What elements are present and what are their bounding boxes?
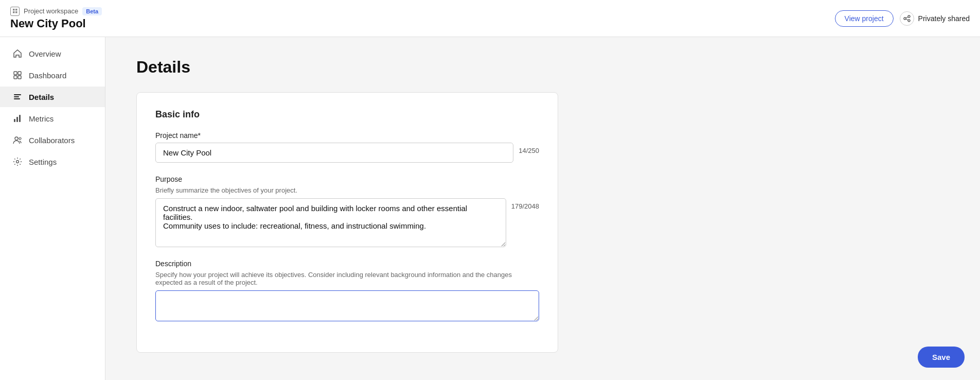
details-icon	[12, 92, 23, 102]
sidebar-label-overview: Overview	[29, 49, 61, 58]
sidebar-item-metrics[interactable]: Metrics	[0, 108, 105, 129]
settings-icon	[12, 157, 23, 167]
sidebar-item-dashboard[interactable]: Dashboard	[0, 65, 105, 85]
project-name-row: 14/250	[155, 143, 539, 163]
workspace-label: Project workspace	[24, 7, 78, 15]
privately-shared-label: Privately shared	[918, 14, 970, 23]
dashboard-icon	[12, 70, 23, 80]
details-card: Basic info Project name* 14/250 Purpose …	[136, 92, 558, 353]
sidebar-item-settings[interactable]: Settings	[0, 151, 105, 172]
sidebar-label-metrics: Metrics	[29, 114, 54, 123]
collaborators-icon	[12, 135, 23, 145]
workspace-icon	[10, 7, 20, 16]
beta-badge: Beta	[82, 7, 102, 15]
svg-line-8	[906, 19, 908, 20]
description-textarea[interactable]	[155, 290, 539, 321]
section-title: Basic info	[155, 109, 539, 120]
sidebar-item-collaborators[interactable]: Collaborators	[0, 130, 105, 150]
svg-rect-12	[18, 76, 21, 79]
svg-rect-16	[14, 119, 15, 122]
header-right: View project Privately shared	[835, 10, 970, 27]
home-icon	[12, 48, 23, 59]
svg-line-7	[906, 16, 908, 18]
project-name-field: Project name* 14/250	[155, 131, 539, 163]
privately-shared-button[interactable]: Privately shared	[900, 11, 970, 26]
project-name-input[interactable]	[155, 143, 513, 163]
svg-rect-17	[16, 117, 18, 122]
description-label: Description	[155, 260, 539, 268]
purpose-char-count: 179/2048	[511, 202, 539, 210]
save-button[interactable]: Save	[918, 347, 965, 368]
purpose-subtext: Briefly summarize the objectives of your…	[155, 186, 539, 194]
svg-rect-15	[14, 98, 20, 99]
body-layout: Overview Dashboard	[0, 37, 980, 380]
svg-rect-3	[15, 11, 17, 13]
svg-rect-2	[13, 11, 15, 13]
svg-rect-0	[13, 9, 15, 11]
share-icon	[900, 11, 914, 26]
main-content: Details Basic info Project name* 14/250 …	[105, 37, 980, 380]
svg-rect-9	[14, 72, 17, 75]
svg-rect-10	[18, 72, 21, 75]
page-title: Details	[136, 58, 949, 77]
description-subtext: Specify how your project will achieve it…	[155, 271, 539, 286]
purpose-field: Purpose Briefly summarize the objectives…	[155, 175, 539, 247]
svg-rect-14	[14, 96, 19, 97]
view-project-button[interactable]: View project	[835, 10, 894, 27]
svg-rect-13	[14, 94, 21, 95]
sidebar-label-details: Details	[29, 93, 54, 101]
project-name-char-count: 14/250	[519, 147, 539, 154]
sidebar-label-dashboard: Dashboard	[29, 71, 66, 80]
svg-point-19	[15, 137, 18, 140]
workspace-row: Project workspace Beta	[10, 7, 102, 16]
purpose-row: Construct a new indoor, saltwater pool a…	[155, 198, 539, 247]
project-name-label: Project name*	[155, 131, 539, 140]
sidebar-item-details[interactable]: Details	[0, 87, 105, 107]
metrics-icon	[12, 113, 23, 124]
sidebar-label-collaborators: Collaborators	[29, 136, 75, 145]
purpose-textarea[interactable]: Construct a new indoor, saltwater pool a…	[155, 198, 506, 247]
svg-point-5	[904, 18, 906, 20]
save-btn-container: Save	[918, 347, 965, 368]
header-left: Project workspace Beta New City Pool	[10, 7, 102, 30]
header: Project workspace Beta New City Pool Vie…	[0, 0, 980, 37]
purpose-label: Purpose	[155, 175, 539, 183]
sidebar: Overview Dashboard	[0, 37, 105, 380]
sidebar-item-overview[interactable]: Overview	[0, 43, 105, 64]
project-title: New City Pool	[10, 17, 102, 30]
svg-rect-1	[15, 9, 17, 11]
svg-point-20	[19, 137, 21, 140]
svg-rect-11	[14, 76, 17, 79]
description-field: Description Specify how your project wil…	[155, 260, 539, 323]
svg-point-21	[16, 161, 19, 163]
sidebar-label-settings: Settings	[29, 158, 57, 166]
svg-rect-18	[19, 115, 21, 122]
